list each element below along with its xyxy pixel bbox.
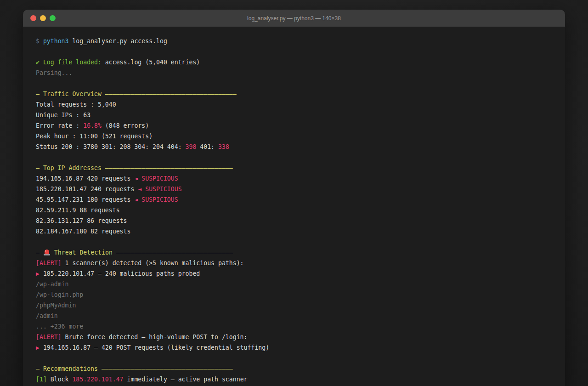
terminal-text-segment: [ALERT] [36,260,62,267]
terminal-text-segment: — Recommendations ——————————————————————… [36,365,233,372]
terminal-text-segment: Error rate : [36,122,83,129]
terminal-text-segment: 82.36.131.127 86 requests [36,217,127,224]
terminal-line [36,78,552,89]
terminal-text-segment: Block [47,376,73,383]
terminal-text-segment: 338 [218,143,229,150]
terminal-text-segment: ◄ SUSPICIOUS [134,196,178,203]
terminal-text-segment: 185.220.101.47 240 requests [36,186,138,193]
terminal-text-segment: Status 200 : 3780 301: 208 304: 204 404: [36,143,186,150]
terminal-text-segment: Peak hour : 11:00 (521 requests) [36,133,153,140]
terminal-text-segment: 398 [186,143,197,150]
terminal-line: /admin [36,311,552,321]
terminal-line: 82.59.211.9 88 requests [36,205,552,216]
terminal-text-segment: 1 scanner(s) detected (>5 known maliciou… [62,260,244,267]
terminal-line [36,152,552,163]
terminal-text-segment: — [36,249,43,256]
terminal-line [36,353,552,363]
terminal-line: 185.220.101.47 240 requests ◄ SUSPICIOUS [36,184,552,194]
terminal-text-segment: ... +236 more [36,323,83,330]
terminal-text-segment: Unique IPs : 63 [36,112,90,119]
terminal-text-segment: ▶ [36,270,40,277]
terminal-line: [ALERT] 1 scanner(s) detected (>5 known … [36,258,552,268]
terminal-text-segment: /phpMyAdmin [36,302,76,309]
terminal-line: /wp-admin [36,279,552,290]
terminal-text-segment: (848 errors) [102,122,149,129]
terminal-text-segment: ▶ [36,344,40,351]
terminal-line: Status 200 : 3780 301: 208 304: 204 404:… [36,142,552,152]
terminal-line: 45.95.147.231 180 requests ◄ SUSPICIOUS [36,194,552,205]
terminal-text-segment: Brute force detected — high-volume POST … [62,334,248,341]
terminal-text-segment: 401: [196,143,218,150]
terminal-line: [1] Block 185.220.101.47 immediately — a… [36,374,552,385]
terminal-text-segment: log_analyser.py access.log [68,38,167,45]
terminal-line: $ python3 log_analyser.py access.log [36,36,552,46]
terminal-text-segment: [1] [36,376,47,383]
titlebar[interactable]: log_analyser.py — python3 — 140×38 [23,10,565,27]
terminal-line: ▶ 185.220.101.47 — 240 malicious paths p… [36,268,552,279]
terminal-text-segment: 16.8% [83,122,102,129]
terminal-text-segment: 82.184.167.180 82 requests [36,228,130,235]
terminal-body[interactable]: $ python3 log_analyser.py access.log ✔ L… [23,27,565,385]
window-close-button[interactable] [30,15,36,21]
terminal-text-segment: $ [36,38,40,45]
terminal-line: ▶ 194.165.16.87 — 420 POST requests (lik… [36,342,552,353]
terminal-line: 194.165.16.87 420 requests ◄ SUSPICIOUS [36,173,552,184]
terminal-line [36,46,552,57]
terminal-text-segment: Threat Detection ———————————————————————… [51,249,233,256]
terminal-line: 82.184.167.180 82 requests [36,226,552,237]
window-minimize-button[interactable] [40,15,46,21]
terminal-line: /wp-login.php [36,290,552,300]
terminal-line: Total requests : 5,040 [36,99,552,110]
terminal-line: — Traffic Overview —————————————————————… [36,89,552,99]
terminal-text-segment: /wp-admin [36,281,68,288]
terminal-line: — Recommendations ——————————————————————… [36,363,552,374]
traffic-lights [23,15,56,21]
window-title: log_analyser.py — python3 — 140×38 [23,15,565,22]
terminal-line: /phpMyAdmin [36,300,552,311]
terminal-text-segment: — Traffic Overview —————————————————————… [36,91,237,97]
terminal-text-segment: 45.95.147.231 180 requests [36,196,134,203]
terminal-text-segment: Total requests : 5,040 [36,101,116,108]
terminal-line: [ALERT] Brute force detected — high-volu… [36,332,552,342]
terminal-text-segment: 185.220.101.47 — 240 malicious paths pro… [40,270,200,277]
terminal-line: ✔ Log file loaded: access.log (5,040 ent… [36,57,552,68]
terminal-text-segment: [ALERT] [36,334,62,341]
terminal-text-segment: immediately — active path scanner [124,376,248,383]
terminal-line: Unique IPs : 63 [36,110,552,120]
terminal-line [36,237,552,247]
terminal-text-segment: ◄ SUSPICIOUS [138,186,181,193]
terminal-window: log_analyser.py — python3 — 140×38 $ pyt… [23,10,565,386]
terminal-text-segment: ◄ SUSPICIOUS [134,175,178,182]
terminal-line: Peak hour : 11:00 (521 requests) [36,131,552,142]
terminal-text-segment: /wp-login.php [36,291,83,298]
terminal-text-segment: python3 [40,38,69,45]
terminal-text-segment: access.log (5,040 entries) [102,59,200,66]
terminal-text-segment: Parsing... [36,69,72,76]
terminal-line: — Top IP Addresses —————————————————————… [36,163,552,173]
terminal-line: — Threat Detection —————————————————————… [36,247,552,258]
terminal-text-segment: 82.59.211.9 88 requests [36,207,120,214]
siren-icon [43,248,51,255]
window-zoom-button[interactable] [50,15,56,21]
terminal-text-segment: 194.165.16.87 — 420 POST requests (likel… [40,344,269,351]
terminal-line: Error rate : 16.8% (848 errors) [36,120,552,131]
terminal-line: 82.36.131.127 86 requests [36,216,552,226]
terminal-line: Parsing... [36,68,552,78]
terminal-text-segment: 194.165.16.87 420 requests [36,175,134,182]
terminal-text-segment: — Top IP Addresses —————————————————————… [36,165,233,171]
terminal-text-segment: 185.220.101.47 [72,376,123,383]
terminal-line: ... +236 more [36,321,552,332]
terminal-text-segment: /admin [36,312,58,319]
terminal-text-segment: ✔ Log file loaded: [36,59,102,66]
